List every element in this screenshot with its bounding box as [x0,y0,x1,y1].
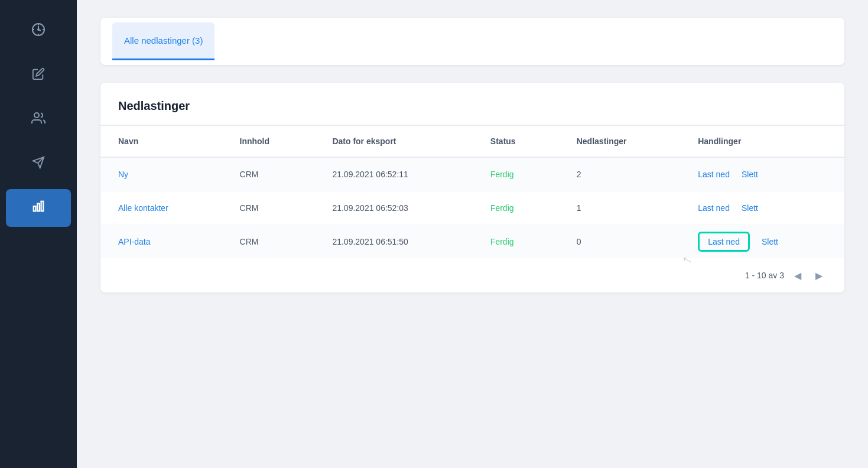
sidebar-item-users[interactable] [0,100,77,139]
cell-handlinger: Last ned→Slett [680,225,844,259]
downloads-table-card: Nedlastinger Navn Innhold Dato for ekspo… [100,83,844,292]
pagination-next[interactable]: ▶ [811,268,827,283]
download-link[interactable]: Last ned [698,203,730,213]
users-icon [31,111,45,129]
cell-nedlastinger: 2 [559,157,681,191]
svg-rect-7 [41,202,44,212]
navn-link[interactable]: API-data [118,237,150,246]
navn-link[interactable]: Alle kontakter [118,203,168,213]
cell-innhold: CRM [222,157,315,191]
send-icon [32,156,45,173]
dashboard-icon [31,22,45,40]
col-nedlastinger: Nedlastinger [559,126,681,157]
sidebar [0,0,77,468]
edit-icon [32,67,45,84]
col-dato: Dato for eksport [314,126,472,157]
sidebar-item-analytics[interactable] [6,189,71,227]
table-header-row: Navn Innhold Dato for eksport Status Ned… [100,126,844,157]
cell-dato: 21.09.2021 06:52:11 [314,157,472,191]
cell-innhold: CRM [222,191,315,225]
status-badge: Ferdig [490,203,514,213]
sidebar-item-dashboard[interactable] [0,12,77,51]
table-row: API-dataCRM21.09.2021 06:51:50Ferdig0Las… [100,225,844,259]
cell-handlinger: Last nedSlett [680,191,844,225]
cell-nedlastinger: 1 [559,191,681,225]
table-title: Nedlastinger [100,83,844,126]
sidebar-item-edit[interactable] [0,57,77,95]
cell-handlinger: Last nedSlett [680,157,844,191]
cell-navn: Ny [100,157,222,191]
svg-point-1 [37,28,40,31]
delete-link[interactable]: Slett [742,170,758,179]
navn-link[interactable]: Ny [118,170,128,179]
col-status: Status [473,126,559,157]
downloads-table: Navn Innhold Dato for eksport Status Ned… [100,126,844,258]
table-row: NyCRM21.09.2021 06:52:11Ferdig2Last nedS… [100,157,844,191]
pagination: 1 - 10 av 3 ◀ ▶ [100,258,844,292]
cell-status: Ferdig [473,191,559,225]
analytics-icon [32,200,45,216]
tab-alle-nedlastinger[interactable]: Alle nedlastinger (3) [112,22,214,60]
download-link-highlighted[interactable]: Last ned [698,232,750,252]
svg-point-2 [34,113,39,118]
download-link[interactable]: Last ned [698,170,730,179]
cell-status: Ferdig [473,225,559,259]
col-innhold: Innhold [222,126,315,157]
status-badge: Ferdig [490,170,514,179]
tab-bar: Alle nedlastinger (3) [100,18,844,65]
cell-innhold: CRM [222,225,315,259]
table-row: Alle kontakterCRM21.09.2021 06:52:03Ferd… [100,191,844,225]
cell-navn: API-data [100,225,222,259]
pagination-info: 1 - 10 av 3 [745,271,784,280]
main-content: Alle nedlastinger (3) Nedlastinger Navn … [77,0,868,468]
cell-dato: 21.09.2021 06:51:50 [314,225,472,259]
col-handlinger: Handlinger [680,126,844,157]
pagination-prev[interactable]: ◀ [790,268,805,283]
cell-dato: 21.09.2021 06:52:03 [314,191,472,225]
status-badge: Ferdig [490,237,514,246]
svg-rect-6 [37,203,40,211]
delete-link[interactable]: Slett [762,237,778,246]
svg-rect-5 [34,206,36,211]
cell-navn: Alle kontakter [100,191,222,225]
delete-link[interactable]: Slett [742,203,758,213]
sidebar-item-send[interactable] [0,145,77,183]
cell-status: Ferdig [473,157,559,191]
col-navn: Navn [100,126,222,157]
cell-nedlastinger: 0 [559,225,681,259]
